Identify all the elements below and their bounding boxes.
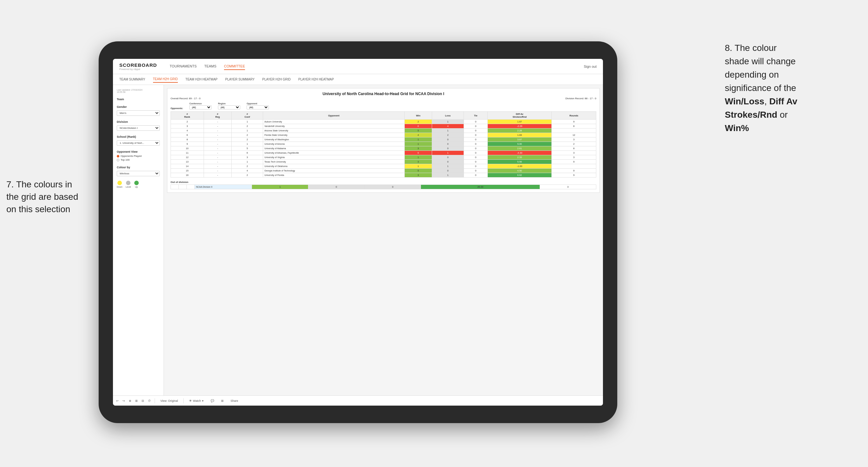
cell-rank: 10 [171,146,204,151]
gender-select[interactable]: Men's [117,111,160,116]
cell-reg: - [204,133,231,137]
toolbar-comment[interactable]: 💬 [209,399,216,403]
cell-win: 4 [404,133,432,137]
cell-loss: 1 [432,173,464,178]
nav-tournaments[interactable]: TOURNAMENTS [169,63,197,70]
cell-rounds: 3 [552,137,596,142]
cell-conf: 1 [231,128,263,133]
cell-reg: - [204,160,231,164]
conference-select[interactable]: (All) [189,105,212,110]
cell-rounds: 3 [552,151,596,155]
tab-player-summary[interactable]: PLAYER SUMMARY [225,76,254,83]
tab-team-summary[interactable]: TEAM SUMMARY [119,76,146,83]
timestamp-section: Last Updated: 27/03/2024 16:55:38 [117,89,160,93]
division-select[interactable]: NCAA Division I [117,125,160,131]
cell-tie: 0 [464,142,488,146]
cell-reg: - [204,124,231,128]
cell-reg: - [204,173,231,178]
cell-loss: 4 [432,124,464,128]
tab-player-h2h-heatmap[interactable]: PLAYER H2H HEATMAP [299,76,334,83]
cell-conf: 5 [231,146,263,151]
toolbar-action3[interactable]: ⊟ [142,399,144,402]
ood-rank [171,185,179,189]
legend-level: Level [126,181,131,188]
tablet-screen: SCOREBOARD Powered by clippd TOURNAMENTS… [113,59,603,406]
cell-tie: 0 [464,155,488,160]
toolbar-view[interactable]: View: Original [159,399,180,403]
bottom-toolbar: ↩ ↪ ⊕ ⊞ ⊟ ⏱ View: Original 👁 Watch ▾ 💬 ⊞… [113,396,603,406]
cell-opponent: Vanderbilt University [263,124,404,128]
ood-conf [187,185,195,189]
cell-rank: 2 [171,120,204,124]
conference-label: Conference [189,102,212,105]
cell-tie: 0 [464,160,488,164]
cell-diff: -4.33 [488,151,551,155]
cell-rank: 16 [171,173,204,178]
cell-diff: 2.33 [488,155,551,160]
col-reg: #Reg [204,112,231,120]
cell-diff: 5.56 [488,160,551,164]
timestamp-time: 16:55:38 [117,91,160,93]
tab-team-h2h-heatmap[interactable]: TEAM H2H HEATMAP [186,76,218,83]
toolbar-undo[interactable]: ↩ [116,399,119,402]
cell-conf: 2 [231,137,263,142]
cell-conf: 4 [231,168,263,173]
region-select[interactable]: (All) [218,105,240,110]
toolbar-action1[interactable]: ⊕ [129,399,131,402]
sign-out-link[interactable]: Sign out [584,65,597,68]
cell-rounds: 9 [552,173,596,178]
cell-diff: 6.62 [488,173,551,178]
opponent-select[interactable]: (All) [247,105,269,110]
cell-conf: 2 [231,133,263,137]
cell-opponent: Florida State University [263,133,404,137]
cell-conf: 2 [231,173,263,178]
cell-diff: 2.28 [488,128,551,133]
school-select[interactable]: 1. University of Nort... [117,140,160,146]
toolbar-watch[interactable]: 👁 Watch ▾ [187,399,205,403]
table-row: 15 - 4 Georgia Institute of Technology 5… [171,168,596,173]
cell-reg: - [204,151,231,155]
cell-rank: 14 [171,164,204,168]
cell-win: 3 [404,146,432,151]
colour-by-select[interactable]: Win/loss [117,171,160,176]
toolbar-share[interactable]: Share [229,399,240,403]
grid-container: University of North Carolina Head-to-Hea… [167,88,600,193]
ood-win: 1 [252,185,308,189]
cell-diff: 1.67 [488,120,551,124]
table-row: 16 - 2 University of Florida 3 1 0 6.62 … [171,173,596,178]
cell-diff: 2.61 [488,146,551,151]
toolbar-action2[interactable]: ⊞ [135,399,138,402]
legend-row: Down Level Up [117,181,160,188]
cell-tie: 0 [464,124,488,128]
ood-tie: 0 [365,185,421,189]
toolbar-clock[interactable]: ⏱ [148,399,151,402]
table-row: 14 - 2 University of Oklahoma 1 1 0 -1.0… [171,164,596,168]
out-of-division-label: Out of division [170,181,596,184]
toolbar-sep [155,398,155,403]
radio-top100[interactable]: Top 100 [117,158,160,161]
nav-teams[interactable]: TEAMS [204,63,216,70]
cell-tie: 0 [464,146,488,151]
cell-win: 0 [404,151,432,155]
opponent-filter: Opponent (All) [247,102,269,110]
cell-loss: 0 [432,155,464,160]
radio-opponents-played[interactable]: Opponents Played [117,155,160,157]
cell-conf: 1 [231,160,263,164]
cell-opponent: University of Virginia [263,155,404,160]
cell-opponent: Arizona State University [263,128,404,133]
cell-diff: 1.83 [488,133,551,137]
cell-tie: 0 [464,137,488,142]
team-label: Team [117,98,160,101]
col-conf: #Conf [231,112,263,120]
opponent-view-radios: Opponents Played Top 100 [117,155,160,161]
tab-player-h2h-grid[interactable]: PLAYER H2H GRID [262,76,290,83]
toolbar-redo[interactable]: ↪ [123,399,125,402]
nav-committee[interactable]: COMMITTEE [224,63,245,70]
toolbar-present[interactable]: ⊞ [220,399,225,403]
cell-rank: 9 [171,142,204,146]
cell-diff: 3.67 [488,137,551,142]
cell-conf: 1 [231,142,263,146]
tab-team-h2h-grid[interactable]: TEAM H2H GRID [153,76,178,83]
cell-rank: 13 [171,160,204,164]
ood-rounds: 3 [540,185,596,189]
